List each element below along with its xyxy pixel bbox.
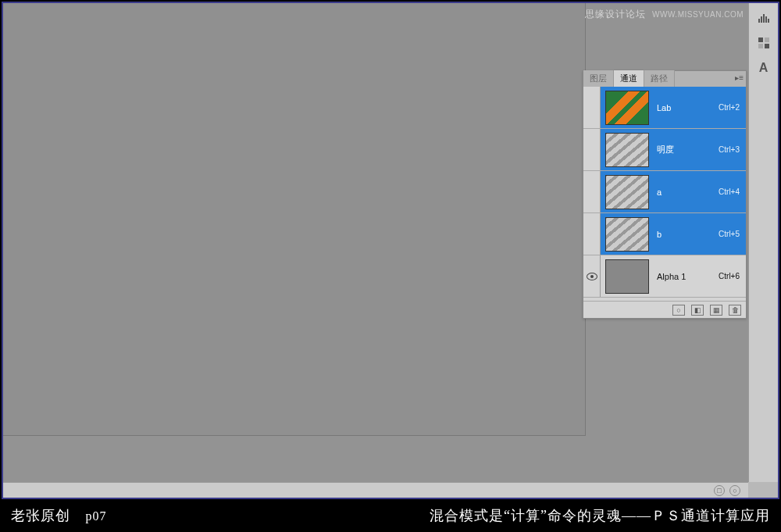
text-icon[interactable]: A xyxy=(755,59,772,77)
channel-row-lab[interactable]: Lab Ctrl+2 xyxy=(583,87,746,129)
right-toolbar: A xyxy=(748,3,778,482)
channel-shortcut: Ctrl+6 xyxy=(719,272,746,280)
channel-name: 明度 xyxy=(654,144,719,155)
channel-thumbnail xyxy=(605,133,649,167)
svg-rect-2 xyxy=(763,14,765,23)
tab-layers[interactable]: 图层 xyxy=(583,70,614,87)
visibility-toggle[interactable] xyxy=(583,129,601,170)
visibility-toggle[interactable] xyxy=(583,255,601,297)
app-frame: A □ ○ 思缘设计论坛 WWW.MISSYUAN.COM 图层 通道 路径 ▸… xyxy=(2,2,779,499)
load-selection-icon[interactable]: ○ xyxy=(672,305,685,316)
doc-info-icon[interactable]: ○ xyxy=(729,485,740,496)
panel-tabs: 图层 通道 路径 ▸≡ xyxy=(583,71,746,87)
channel-shortcut: Ctrl+3 xyxy=(719,145,746,154)
channel-shortcut: Ctrl+5 xyxy=(719,230,746,238)
tab-channels[interactable]: 通道 xyxy=(614,70,644,87)
channel-row-lightness[interactable]: 明度 Ctrl+3 xyxy=(583,129,746,171)
visibility-toggle[interactable] xyxy=(583,171,601,212)
panel-menu-icon[interactable]: ▸≡ xyxy=(735,73,744,82)
channel-thumbnail xyxy=(605,217,649,252)
visibility-toggle[interactable] xyxy=(583,87,601,128)
panel-footer: ○ ◧ ▦ 🗑 xyxy=(583,301,746,318)
channel-thumbnail xyxy=(605,91,649,125)
channel-name: Alpha 1 xyxy=(654,272,719,281)
svg-rect-3 xyxy=(765,16,767,23)
channel-name: a xyxy=(654,187,719,197)
watermark: 思缘设计论坛 WWW.MISSYUAN.COM xyxy=(585,8,744,21)
channel-name: Lab xyxy=(654,103,719,112)
save-selection-icon[interactable]: ◧ xyxy=(691,305,704,316)
channel-thumbnail xyxy=(605,259,649,294)
tab-paths[interactable]: 路径 xyxy=(644,70,675,87)
eye-icon xyxy=(587,273,597,280)
svg-rect-7 xyxy=(758,44,763,48)
svg-rect-5 xyxy=(758,37,763,42)
zoom-info-icon[interactable]: □ xyxy=(714,485,725,496)
swatches-icon[interactable] xyxy=(755,34,772,52)
status-bar: □ ○ xyxy=(3,482,748,498)
channel-list: Lab Ctrl+2 明度 Ctrl+3 a Ctrl+4 b xyxy=(583,87,746,301)
delete-channel-icon[interactable]: 🗑 xyxy=(729,305,741,316)
svg-rect-1 xyxy=(761,16,762,23)
watermark-url: WWW.MISSYUAN.COM xyxy=(652,10,744,19)
caption-title: 混合模式是“计算”命令的灵魂——ＰＳ通道计算应用 xyxy=(107,506,771,525)
svg-rect-4 xyxy=(768,19,769,23)
channel-thumbnail xyxy=(605,175,649,209)
caption-author: 老张原创 xyxy=(11,508,70,523)
channel-shortcut: Ctrl+4 xyxy=(719,187,746,196)
channel-row-a[interactable]: a Ctrl+4 xyxy=(583,171,746,213)
visibility-toggle[interactable] xyxy=(583,213,601,255)
channel-row-alpha1[interactable]: Alpha 1 Ctrl+6 xyxy=(583,255,746,298)
levels-icon[interactable] xyxy=(755,9,772,27)
watermark-text: 思缘设计论坛 xyxy=(585,8,646,21)
channel-name: b xyxy=(654,230,719,239)
new-channel-icon[interactable]: ▦ xyxy=(710,305,722,316)
document-canvas[interactable] xyxy=(3,3,586,436)
channels-panel: 图层 通道 路径 ▸≡ Lab Ctrl+2 明度 Ctrl+3 xyxy=(583,70,747,319)
channel-shortcut: Ctrl+2 xyxy=(719,103,746,112)
svg-rect-0 xyxy=(758,19,760,23)
bottom-caption: 老张原创 p07 混合模式是“计算”命令的灵魂——ＰＳ通道计算应用 xyxy=(0,499,781,532)
svg-rect-8 xyxy=(765,44,769,48)
caption-page: p07 xyxy=(86,509,107,523)
channel-row-b[interactable]: b Ctrl+5 xyxy=(583,213,746,255)
svg-rect-6 xyxy=(765,37,769,42)
